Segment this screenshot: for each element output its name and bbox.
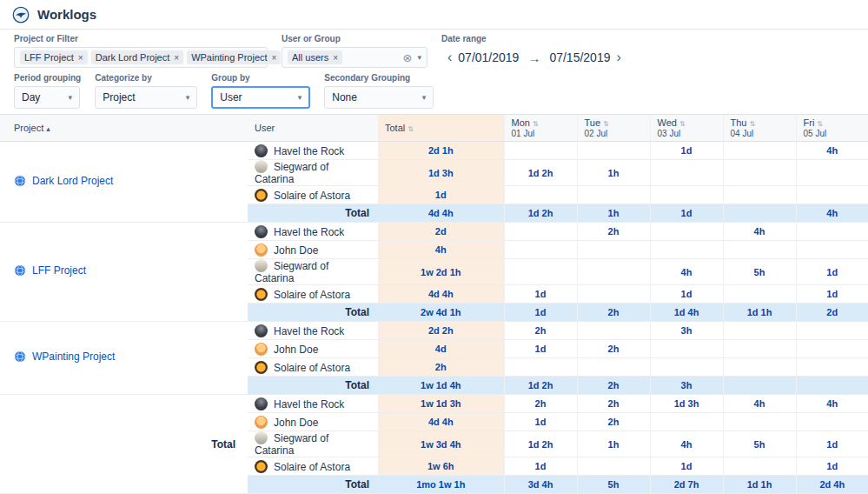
group-total-day-cell: 1d 2h [504, 377, 577, 395]
column-header-day[interactable]: Tue⇅ 02 Jul [577, 115, 650, 142]
date-range-label: Date range [441, 34, 627, 43]
column-header-total[interactable]: Total⇅ [378, 115, 504, 142]
column-header-project[interactable]: Project▴ [0, 115, 248, 142]
period-grouping-select[interactable]: Day ▾ [14, 86, 80, 109]
categorize-by-select[interactable]: Project ▾ [95, 86, 197, 109]
project-filter-combobox[interactable]: LFF Project × Dark Lord Project × WPaint… [14, 47, 268, 68]
total-label-cell: Total [248, 377, 378, 395]
day-value-cell: 1d [504, 413, 577, 431]
day-value-cell: 4h [723, 395, 796, 413]
column-header-day[interactable]: Fri⇅ 05 Jul [796, 115, 868, 142]
date-prev-icon[interactable]: ‹ [441, 50, 458, 64]
total-label-cell: Total [248, 476, 378, 494]
chevron-down-icon: ▾ [422, 94, 427, 102]
day-value-cell [796, 223, 868, 241]
user-cell: Havel the Rock [248, 322, 378, 340]
secondary-grouping-select[interactable]: None ▾ [324, 86, 434, 109]
user-filter-combobox[interactable]: All users × ⊗ ▾ [282, 47, 427, 68]
day-value-cell: 1d 2h [504, 431, 577, 457]
app-logo-icon [12, 6, 30, 23]
user-name: Solaire of Astora [274, 461, 350, 473]
sort-icon: ⇅ [679, 120, 686, 128]
tag-remove-icon[interactable]: × [174, 53, 179, 63]
day-value-cell: 1d [504, 285, 577, 304]
row-total-cell: 1w 2d 1h [378, 259, 504, 285]
day-value-cell: 1d [650, 285, 723, 304]
day-value-cell [723, 241, 796, 259]
group-total-cell: 4d 4h [378, 204, 504, 223]
group-total-day-cell [723, 377, 796, 395]
day-value-cell: 2h [577, 223, 650, 241]
day-value-cell [796, 186, 868, 204]
project-link[interactable]: LFF Project [14, 264, 86, 277]
user-avatar [255, 160, 268, 173]
user-cell: Havel the Rock [248, 223, 378, 241]
column-header-day[interactable]: Wed⇅ 03 Jul [650, 115, 723, 142]
group-total-cell: 1mo 1w 1h [378, 476, 504, 494]
user-avatar [255, 144, 268, 157]
tag-remove-icon[interactable]: × [333, 53, 338, 63]
table-header-row: Project▴ User Total⇅ Mon⇅ 01 Jul Tue⇅ 02… [0, 115, 868, 142]
filter-tag: LFF Project × [20, 50, 88, 64]
day-value-cell: 1d 2h [504, 160, 577, 186]
day-value-cell [723, 142, 796, 160]
user-cell: Solaire of Astora [248, 457, 378, 476]
group-total-day-cell: 1d 4h [650, 304, 723, 322]
group-by-group: Group by User ▾ [211, 73, 310, 109]
sort-asc-icon: ▴ [46, 124, 50, 133]
date-end[interactable]: 07/15/2019 [549, 50, 610, 64]
user-avatar [255, 416, 268, 429]
day-value-cell: 1d [796, 259, 868, 285]
group-by-select[interactable]: User ▾ [211, 86, 310, 109]
group-total-day-cell [796, 377, 868, 395]
day-value-cell: 1d [504, 457, 577, 476]
user-cell: Solaire of Astora [248, 285, 378, 304]
period-grouping-label: Period grouping [14, 73, 81, 83]
day-value-cell [796, 413, 868, 431]
tag-remove-icon[interactable]: × [272, 53, 277, 63]
grand-total-label-cell: Total [0, 395, 248, 494]
sort-icon: ⇅ [603, 120, 609, 128]
user-cell: Solaire of Astora [248, 186, 378, 204]
project-cell: Dark Lord Project [0, 142, 248, 223]
chevron-down-icon[interactable]: ▾ [417, 54, 421, 62]
categorize-by-value: Project [103, 91, 135, 103]
user-name: Havel the Rock [274, 145, 344, 157]
project-link[interactable]: WPainting Project [14, 350, 115, 363]
group-total-cell: 2w 4d 1h [378, 304, 504, 322]
chevron-down-icon: ▾ [298, 94, 302, 102]
user-cell: Havel the Rock [248, 142, 378, 160]
day-value-cell [650, 223, 723, 241]
day-value-cell: 1d [796, 431, 868, 457]
day-value-cell: 4h [796, 142, 868, 160]
group-total-day-cell: 1h [577, 204, 650, 223]
day-value-cell [796, 340, 868, 358]
user-name: John Doe [274, 244, 318, 257]
column-header-day[interactable]: Thu⇅ 04 Jul [723, 115, 796, 142]
day-value-cell [577, 457, 650, 476]
day-value-cell [504, 223, 577, 241]
user-row: TotalHavel the Rock1w 1d 3h2h2h1d 3h4h4h [0, 395, 868, 413]
clear-all-icon[interactable]: ⊗ [403, 52, 413, 63]
day-value-cell [650, 160, 723, 186]
date-start[interactable]: 07/01/2019 [458, 50, 519, 64]
tag-remove-icon[interactable]: × [78, 53, 83, 63]
user-cell: Solaire of Astora [248, 358, 378, 377]
user-row: WPainting ProjectHavel the Rock2d 2h2h3h [0, 322, 868, 340]
total-label-cell: Total [248, 204, 378, 223]
day-value-cell [577, 285, 650, 304]
date-next-icon[interactable]: › [610, 50, 626, 64]
day-value-cell [504, 241, 577, 259]
row-total-cell: 1w 1d 3h [378, 395, 504, 413]
sort-icon: ⇅ [407, 125, 414, 133]
row-total-cell: 2d 2h [378, 322, 504, 340]
user-name: Solaire of Astora [274, 190, 350, 202]
day-value-cell: 4h [796, 395, 868, 413]
project-link[interactable]: Dark Lord Project [14, 175, 113, 187]
secondary-grouping-label: Secondary Grouping [324, 73, 434, 83]
sort-icon: ⇅ [749, 120, 755, 128]
group-total-day-cell: 1d 1h [723, 304, 796, 322]
group-total-day-cell: 1d 1h [723, 476, 796, 494]
column-header-day[interactable]: Mon⇅ 01 Jul [504, 115, 577, 142]
group-total-day-cell: 2d 7h [650, 476, 723, 494]
